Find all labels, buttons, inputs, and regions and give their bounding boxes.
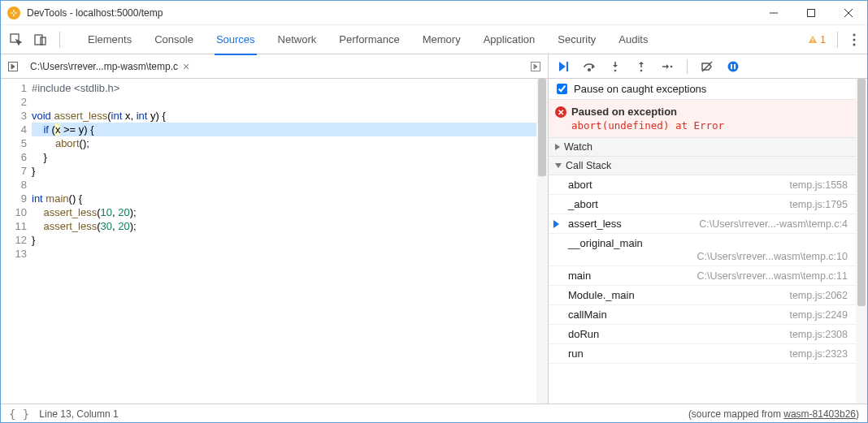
frame-function: callMain — [568, 309, 607, 321]
divider — [837, 32, 838, 48]
pause-on-caught-row[interactable]: Pause on caught exceptions — [549, 79, 856, 100]
step-into-button[interactable] — [607, 58, 623, 75]
frame-location[interactable]: temp.js:1795 — [789, 199, 848, 210]
debugger-sidebar: Pause on caught exceptions ✕ Paused on e… — [549, 54, 867, 404]
more-options-icon[interactable] — [846, 33, 862, 46]
callstack-frame[interactable]: mainC:\Users\rrever...wasm\temp.c:11 — [549, 266, 856, 286]
watch-label: Watch — [564, 141, 592, 153]
frame-location[interactable]: temp.js:2249 — [789, 309, 848, 321]
code-line[interactable] — [32, 95, 548, 109]
pause-on-caught-checkbox[interactable] — [557, 84, 567, 94]
tab-security[interactable]: Security — [546, 25, 607, 54]
code-line[interactable]: } — [32, 233, 548, 247]
code-line[interactable]: } — [32, 164, 548, 178]
code-content[interactable]: #include <stdlib.h> void assert_less(int… — [32, 79, 548, 404]
callstack-frame[interactable]: assert_lessC:\Users\rrever...-wasm\temp.… — [549, 214, 856, 234]
tab-application[interactable]: Application — [472, 25, 547, 54]
line-gutter: 12345678910111213 — [1, 79, 32, 404]
chevron-right-icon — [555, 144, 560, 150]
tab-memory[interactable]: Memory — [411, 25, 472, 54]
step-over-button[interactable] — [581, 58, 597, 75]
tab-sources[interactable]: Sources — [205, 25, 267, 54]
tab-performance[interactable]: Performance — [328, 25, 410, 54]
frame-location[interactable]: C:\Users\rrever...-wasm\temp.c:4 — [699, 218, 848, 230]
warning-badge[interactable]: 1 — [808, 34, 829, 45]
frame-location[interactable]: temp.js:2062 — [789, 290, 848, 301]
editor-scrollbar[interactable] — [536, 79, 548, 404]
svg-point-15 — [588, 68, 591, 71]
callstack-list: aborttemp.js:1558_aborttemp.js:1795asser… — [549, 175, 856, 364]
callstack-label: Call Stack — [566, 160, 611, 171]
maximize-button[interactable] — [792, 1, 830, 25]
sidebar-body: Pause on caught exceptions ✕ Paused on e… — [549, 79, 867, 404]
cursor-position: Line 13, Column 1 — [39, 408, 118, 420]
frame-location[interactable]: C:\Users\rrever...wasm\temp.c:11 — [697, 270, 848, 282]
step-out-button[interactable] — [633, 58, 649, 75]
frame-location[interactable]: temp.js:2308 — [789, 329, 848, 340]
debugger-toolbar — [549, 54, 867, 79]
frame-function: main — [568, 270, 591, 282]
pause-on-exceptions-button[interactable] — [725, 58, 741, 75]
step-button[interactable] — [659, 58, 675, 75]
code-line[interactable]: abort(); — [32, 136, 548, 150]
close-file-icon[interactable]: × — [183, 60, 189, 73]
frame-location[interactable]: C:\Users\rrever...wasm\temp.c:10 — [697, 251, 848, 262]
svg-rect-14 — [566, 62, 568, 71]
svg-point-17 — [640, 69, 643, 71]
more-tabs-icon[interactable] — [528, 59, 543, 74]
scrollbar-thumb[interactable] — [857, 79, 866, 306]
pause-on-caught-label: Pause on caught exceptions — [574, 83, 706, 95]
callstack-frame[interactable]: Module._maintemp.js:2062 — [549, 286, 856, 305]
code-line[interactable]: assert_less(10, 20); — [32, 205, 548, 219]
tab-elements[interactable]: Elements — [76, 25, 143, 54]
callstack-frame[interactable]: doRuntemp.js:2308 — [549, 325, 856, 344]
pretty-print-icon[interactable]: { } — [9, 408, 29, 421]
file-tab-bar: C:\Users\rrever...mp-wasm\temp.c × — [1, 54, 548, 79]
window-titlebar: DevTools - localhost:5000/temp — [1, 1, 867, 25]
callstack-section-header[interactable]: Call Stack — [549, 157, 856, 175]
svg-point-9 — [853, 33, 856, 36]
resume-button[interactable] — [555, 58, 571, 75]
callstack-frame[interactable]: callMaintemp.js:2249 — [549, 305, 856, 325]
frame-location[interactable]: temp.js:1558 — [789, 179, 848, 191]
close-window-button[interactable] — [830, 1, 867, 25]
chevron-down-icon — [555, 163, 562, 168]
code-line[interactable] — [32, 247, 548, 261]
minimize-button[interactable] — [755, 1, 792, 25]
code-line[interactable]: assert_less(30, 20); — [32, 219, 548, 233]
code-editor[interactable]: 12345678910111213 #include <stdlib.h> vo… — [1, 79, 548, 404]
editor-pane: C:\Users\rrever...mp-wasm\temp.c × 12345… — [1, 54, 549, 404]
callstack-frame[interactable]: __original_mainC:\Users\rrever...wasm\te… — [549, 234, 856, 266]
sidebar-scrollbar[interactable] — [856, 79, 867, 404]
frame-function: __original_main — [568, 237, 643, 249]
deactivate-breakpoints-button[interactable] — [699, 58, 715, 75]
code-line[interactable]: } — [32, 150, 548, 164]
code-line[interactable]: #include <stdlib.h> — [32, 81, 548, 95]
code-line[interactable] — [32, 178, 548, 192]
svg-point-10 — [853, 38, 856, 41]
warning-count: 1 — [820, 34, 826, 45]
svg-rect-21 — [731, 64, 732, 69]
svg-point-16 — [614, 69, 617, 71]
file-tab[interactable]: C:\Users\rrever...mp-wasm\temp.c × — [25, 58, 194, 76]
code-line[interactable]: int main() { — [32, 192, 548, 205]
main-area: C:\Users\rrever...mp-wasm\temp.c × 12345… — [1, 54, 867, 404]
watch-section-header[interactable]: Watch — [549, 138, 856, 157]
callstack-frame[interactable]: runtemp.js:2323 — [549, 344, 856, 364]
device-toolbar-icon[interactable] — [30, 29, 51, 50]
window-title: DevTools - localhost:5000/temp — [27, 7, 755, 19]
tab-audits[interactable]: Audits — [607, 25, 659, 54]
callstack-frame[interactable]: aborttemp.js:1558 — [549, 175, 856, 195]
inspect-element-icon[interactable] — [6, 29, 27, 50]
exception-title: Paused on exception — [571, 106, 848, 118]
tab-network[interactable]: Network — [267, 25, 328, 54]
tab-console[interactable]: Console — [143, 25, 205, 54]
navigator-toggle-icon[interactable] — [6, 59, 20, 74]
code-line[interactable]: void assert_less(int x, int y) { — [32, 109, 548, 123]
scrollbar-thumb[interactable] — [538, 79, 546, 176]
code-line[interactable]: if (x >= y) { — [32, 123, 548, 136]
svg-point-11 — [853, 43, 856, 45]
source-map-link[interactable]: wasm-81403b26 — [783, 408, 856, 420]
callstack-frame[interactable]: _aborttemp.js:1795 — [549, 195, 856, 214]
frame-location[interactable]: temp.js:2323 — [789, 348, 848, 360]
